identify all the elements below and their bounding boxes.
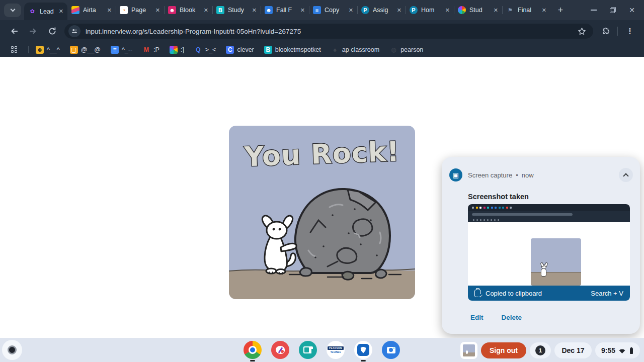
bookmark-label: ap classroom: [342, 46, 379, 53]
site-info-button[interactable]: [68, 25, 80, 37]
date-pill[interactable]: Dec 17: [554, 342, 592, 358]
tab-final[interactable]: ⚑Final✕: [502, 0, 550, 20]
delete-button[interactable]: Delete: [502, 314, 522, 321]
tab-list: ✿Lead✕Airta✕◔Page✕☻Blook✕BStudy✕☻Fall F✕…: [24, 0, 550, 20]
tab-stud[interactable]: Stud✕: [454, 0, 502, 20]
reload-button[interactable]: [45, 24, 59, 38]
bookmark-item[interactable]: ▢@__@: [70, 46, 101, 54]
new-tab-button[interactable]: +: [553, 3, 568, 17]
tab-close-icon[interactable]: ✕: [494, 7, 498, 14]
tab-title: Hom: [421, 7, 442, 14]
notification-time: now: [522, 171, 534, 179]
tab-blook[interactable]: ☻Blook✕: [164, 0, 212, 20]
shelf-app-chrome[interactable]: [244, 341, 262, 359]
tab-assig[interactable]: PAssig✕: [357, 0, 406, 20]
address-bar[interactable]: input.innerview.org/s/Leadership-Program…: [64, 24, 593, 39]
bookmarks-bar: ☻^__^▢@__@≡^_--M:P:]Q>_<CcleverBblooketm…: [0, 42, 644, 57]
tab-copy[interactable]: ≡Copy✕: [309, 0, 357, 20]
screen-capture-icon: ▣: [449, 168, 462, 182]
tab-hom[interactable]: PHom✕: [406, 0, 454, 20]
bookmark-pearson[interactable]: ◍pearson: [389, 46, 423, 54]
bookmark-label: >_<: [205, 46, 216, 53]
tune-icon: [71, 28, 78, 35]
shelf-app-gallery[interactable]: [299, 341, 317, 359]
shelf-app-camera[interactable]: [382, 341, 400, 359]
tab-close-icon[interactable]: ✕: [107, 7, 112, 14]
extensions-button[interactable]: [598, 24, 612, 38]
running-indicator: [361, 360, 366, 361]
copied-toast[interactable]: Copied to clipboard Search + V: [468, 286, 630, 301]
tab-close-icon[interactable]: ✕: [300, 7, 305, 14]
tab-title: Stud: [469, 7, 490, 14]
bookmarks-divider: [28, 46, 29, 53]
bookmark-blooketmspotket[interactable]: Bblooketmspotket: [264, 46, 321, 54]
tab-title: Airta: [83, 7, 104, 14]
pinwheel-favicon: [458, 6, 466, 14]
tab-lead[interactable]: ✿Lead✕: [24, 3, 67, 20]
time-text: 9:55: [601, 346, 615, 354]
status-area: Sign out 1 Dec 17 9:55: [460, 342, 640, 359]
tab-study[interactable]: BStudy✕: [212, 0, 261, 20]
blooket-favicon: B: [216, 6, 224, 14]
bookmark-item[interactable]: Q>_<: [194, 46, 216, 54]
bookmark-item[interactable]: ☻^__^: [36, 46, 60, 54]
forward-button[interactable]: [26, 24, 40, 38]
notification-source: Screen capture • now: [468, 171, 534, 179]
you-rock-text: You Rock!: [244, 136, 400, 173]
bookmark-label: clever: [237, 46, 254, 53]
sign-out-button[interactable]: Sign out: [481, 342, 526, 358]
status-tray[interactable]: 9:55: [595, 342, 640, 358]
edit-button[interactable]: Edit: [470, 314, 484, 321]
tab-close-icon[interactable]: ✕: [59, 8, 63, 15]
pearson-p-favicon: P: [361, 6, 369, 14]
tab-airta[interactable]: Airta✕: [67, 0, 116, 20]
tab-fall-f[interactable]: ☻Fall F✕: [261, 0, 309, 20]
tab-title: Assig: [373, 7, 393, 14]
window-controls: ✕: [590, 6, 644, 14]
close-window-button[interactable]: ✕: [628, 6, 636, 14]
bookmark-item[interactable]: :]: [170, 46, 184, 54]
tab-close-icon[interactable]: ✕: [349, 7, 353, 14]
screenshot-thumbnail[interactable]: Copied to clipboard Search + V: [468, 204, 630, 301]
tab-close-icon[interactable]: ✕: [397, 7, 401, 14]
bookmark-item[interactable]: ≡^_--: [111, 46, 132, 54]
launcher-button[interactable]: [2, 340, 22, 360]
testnav-brand: PEARSON: [328, 346, 344, 350]
gmail-icon: M: [142, 46, 150, 54]
browser-menu-button[interactable]: ⋮: [623, 24, 637, 38]
bookmark-star-button[interactable]: [578, 27, 586, 36]
screen-capture-notification[interactable]: ▣ Screen capture • now Screenshot taken …: [442, 157, 640, 334]
tab-page[interactable]: ◔Page✕: [116, 0, 164, 20]
chrome-icon: [244, 341, 262, 359]
flag-favicon: ⚑: [506, 6, 514, 14]
bookmark-label: ^_--: [122, 46, 132, 53]
restore-button[interactable]: [609, 6, 617, 14]
notification-header: ▣ Screen capture • now: [449, 168, 633, 182]
tab-close-icon[interactable]: ✕: [252, 7, 257, 14]
tab-close-icon[interactable]: ✕: [445, 7, 450, 14]
shelf-app-securly[interactable]: [354, 341, 372, 359]
bookmark-ap-classroom[interactable]: ♠ap classroom: [331, 46, 379, 54]
bookmark-label: pearson: [400, 46, 423, 53]
source-label: Screen capture: [468, 171, 512, 179]
puzzle-icon: [601, 27, 610, 36]
apps-shortcut-button[interactable]: [7, 43, 21, 57]
leadership-favicon: ✿: [28, 8, 36, 16]
tab-title: Copy: [325, 7, 345, 14]
chevron-down-icon: [10, 7, 15, 12]
back-button[interactable]: [7, 24, 21, 38]
shelf: PEARSONTestNav Sign out 1 Dec 17 9:55: [0, 338, 644, 362]
shield-icon: [354, 341, 372, 359]
tab-close-icon[interactable]: ✕: [204, 7, 208, 14]
tab-search-button[interactable]: [4, 4, 21, 17]
shelf-app-canvas[interactable]: [271, 341, 289, 359]
screenshot-preview-button[interactable]: [460, 342, 477, 359]
tab-close-icon[interactable]: ✕: [155, 7, 160, 14]
notification-counter[interactable]: 1: [530, 342, 551, 358]
tab-close-icon[interactable]: ✕: [542, 7, 546, 14]
collapse-notification-button[interactable]: [619, 168, 633, 182]
bookmark-p[interactable]: M:P: [142, 46, 159, 54]
minimize-button[interactable]: [590, 6, 598, 14]
shelf-app-testnav[interactable]: PEARSONTestNav: [327, 341, 345, 359]
bookmark-clever[interactable]: Cclever: [226, 46, 254, 54]
